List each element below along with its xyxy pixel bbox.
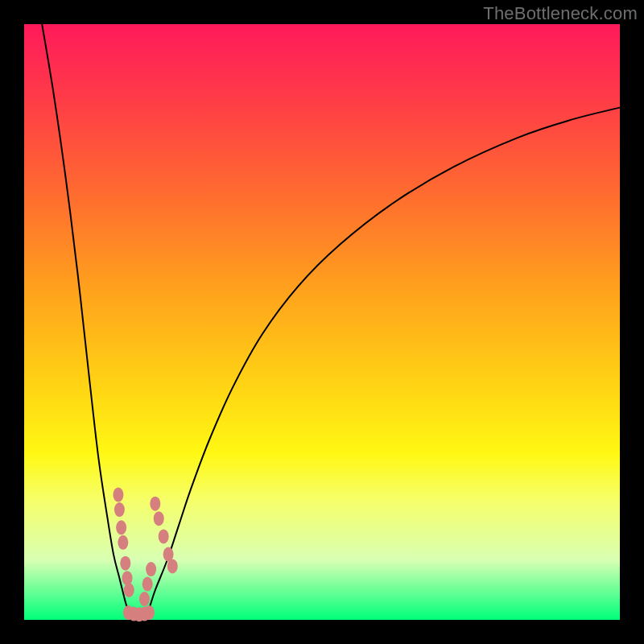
data-marker (144, 605, 155, 620)
data-marker (159, 529, 169, 543)
data-marker (146, 562, 156, 576)
data-marker (154, 511, 164, 526)
data-marker (167, 559, 178, 573)
data-marker (139, 592, 150, 606)
chart-area (24, 24, 620, 620)
data-marker (113, 488, 123, 502)
curve-right (143, 108, 620, 620)
data-marker (116, 520, 126, 535)
markers-group (113, 488, 177, 622)
data-marker (122, 571, 133, 585)
watermark-text: TheBottleneck.com (483, 3, 638, 24)
data-marker (114, 502, 125, 517)
data-marker (142, 577, 153, 592)
plot-svg (24, 24, 620, 620)
data-marker (150, 497, 160, 511)
data-marker (120, 556, 130, 571)
data-marker (124, 583, 134, 597)
data-marker (118, 535, 128, 550)
